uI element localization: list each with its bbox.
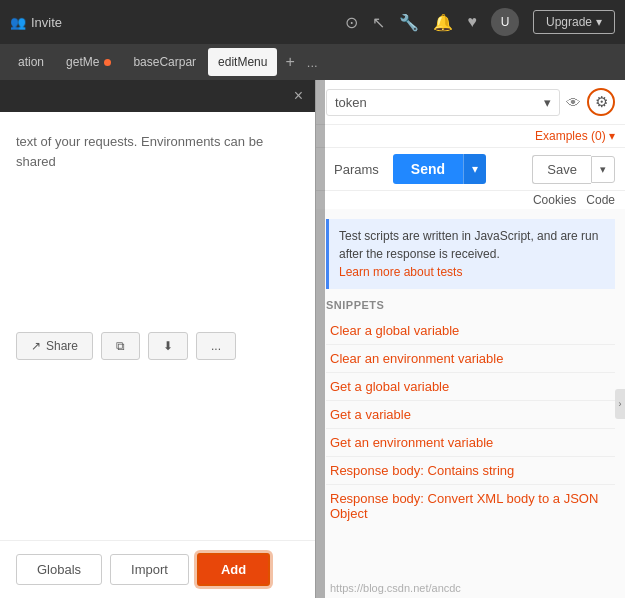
bell-icon[interactable]: 🔔 xyxy=(433,13,453,32)
tab-dot-icon xyxy=(104,59,111,66)
modal-actions: ↗ Share ⧉ ⬇ ... xyxy=(0,320,315,372)
snippet-item[interactable]: Get a global variable xyxy=(326,373,615,401)
upgrade-arrow-icon: ▾ xyxy=(596,15,602,29)
save-dropdown-button[interactable]: ▾ xyxy=(591,156,615,183)
watermark: https://blog.csdn.net/ancdc xyxy=(330,582,461,594)
tab-ation[interactable]: ation xyxy=(8,48,54,76)
invite-icon: 👥 xyxy=(10,15,26,30)
more-tabs-button[interactable]: ... xyxy=(303,55,322,70)
snippet-item[interactable]: Response body: Convert XML body to a JSO… xyxy=(326,485,615,527)
examples-link[interactable]: Examples (0) ▾ xyxy=(535,129,615,143)
add-button[interactable]: Add xyxy=(197,553,270,586)
more-icon: ... xyxy=(211,339,221,353)
snippet-item[interactable]: Get an environment variable xyxy=(326,429,615,457)
right-panel: token ▾ 👁 ⚙ Examples (0) ▾ Params Send ▾… xyxy=(315,80,625,598)
invite-button[interactable]: 👥 Invite xyxy=(10,15,62,30)
tab-label: getMe xyxy=(66,55,99,69)
code-link[interactable]: Code xyxy=(586,193,615,207)
avatar[interactable]: U xyxy=(491,8,519,36)
token-label: token xyxy=(335,95,367,110)
more-actions-button[interactable]: ... xyxy=(196,332,236,360)
gear-button[interactable]: ⚙ xyxy=(587,88,615,116)
examples-arrow-icon: ▾ xyxy=(609,129,615,143)
environments-modal: × text of your requests. Environments ca… xyxy=(0,80,315,598)
scripts-info-box: Test scripts are written in JavaScript, … xyxy=(326,219,615,289)
modal-spacer xyxy=(0,372,315,540)
modal-close-button[interactable]: × xyxy=(294,88,303,104)
modal-body-text: text of your requests. Environments can … xyxy=(16,134,263,169)
snippet-item[interactable]: Clear a global variable xyxy=(326,317,615,345)
tab-editmenu[interactable]: editMenu xyxy=(208,48,277,76)
cookies-code-bar: Cookies Code xyxy=(316,191,625,209)
examples-label: Examples (0) xyxy=(535,129,606,143)
save-button-group: Save ▾ xyxy=(532,155,615,184)
examples-bar: Examples (0) ▾ xyxy=(316,125,625,148)
tab-basecarpari[interactable]: baseCarpar xyxy=(123,48,206,76)
import-button[interactable]: Import xyxy=(110,554,189,585)
share-button[interactable]: ↗ Share xyxy=(16,332,93,360)
scripts-panel: Test scripts are written in JavaScript, … xyxy=(316,209,625,598)
wrench-icon[interactable]: 🔧 xyxy=(399,13,419,32)
request-bar: token ▾ 👁 ⚙ xyxy=(316,80,625,125)
scripts-info-text: Test scripts are written in JavaScript, … xyxy=(339,229,598,261)
tab-label: editMenu xyxy=(218,55,267,69)
snippet-list: Clear a global variable Clear an environ… xyxy=(326,317,615,527)
token-arrow-icon: ▾ xyxy=(544,95,551,110)
tab-getme[interactable]: getMe xyxy=(56,48,121,76)
modal-header: × xyxy=(0,80,315,112)
modal-body: text of your requests. Environments can … xyxy=(0,112,315,320)
postman-logo-icon: ⊙ xyxy=(345,13,358,32)
copy-button[interactable]: ⧉ xyxy=(101,332,140,360)
globals-button[interactable]: Globals xyxy=(16,554,102,585)
nav-icons: ⊙ ↖ 🔧 🔔 ♥ U Upgrade ▾ xyxy=(345,8,615,36)
invite-label: Invite xyxy=(31,15,62,30)
save-button[interactable]: Save xyxy=(532,155,591,184)
copy-icon: ⧉ xyxy=(116,339,125,353)
cookies-link[interactable]: Cookies xyxy=(533,193,576,207)
tab-label: ation xyxy=(18,55,44,69)
send-bar: Params Send ▾ Save ▾ xyxy=(316,148,625,191)
token-select[interactable]: token ▾ xyxy=(326,89,560,116)
upgrade-label: Upgrade xyxy=(546,15,592,29)
eye-icon[interactable]: 👁 xyxy=(566,94,581,111)
heart-icon[interactable]: ♥ xyxy=(467,13,477,31)
snippet-item[interactable]: Get a variable xyxy=(326,401,615,429)
gear-icon: ⚙ xyxy=(595,93,608,111)
send-dropdown-button[interactable]: ▾ xyxy=(463,154,486,184)
learn-more-link[interactable]: Learn more about tests xyxy=(339,265,462,279)
send-button-group: Send ▾ xyxy=(393,154,486,184)
modal-footer: Globals Import Add xyxy=(0,540,315,598)
download-icon: ⬇ xyxy=(163,339,173,353)
share-label: Share xyxy=(46,339,78,353)
main-layout: × text of your requests. Environments ca… xyxy=(0,80,625,598)
modal-overlay: × text of your requests. Environments ca… xyxy=(0,80,325,598)
tabs-bar: ation getMe baseCarpar editMenu + ... xyxy=(0,44,625,80)
snippet-item[interactable]: Clear an environment variable xyxy=(326,345,615,373)
snippets-label: SNIPPETS xyxy=(326,299,615,311)
download-button[interactable]: ⬇ xyxy=(148,332,188,360)
cursor-icon[interactable]: ↖ xyxy=(372,13,385,32)
share-icon: ↗ xyxy=(31,339,41,353)
send-button[interactable]: Send xyxy=(393,154,463,184)
new-tab-button[interactable]: + xyxy=(279,53,300,71)
tab-label: baseCarpar xyxy=(133,55,196,69)
panel-toggle-button[interactable]: › xyxy=(615,389,625,419)
upgrade-button[interactable]: Upgrade ▾ xyxy=(533,10,615,34)
params-button[interactable]: Params xyxy=(326,157,387,182)
snippet-item[interactable]: Response body: Contains string xyxy=(326,457,615,485)
top-navbar: 👥 Invite ⊙ ↖ 🔧 🔔 ♥ U Upgrade ▾ xyxy=(0,0,625,44)
